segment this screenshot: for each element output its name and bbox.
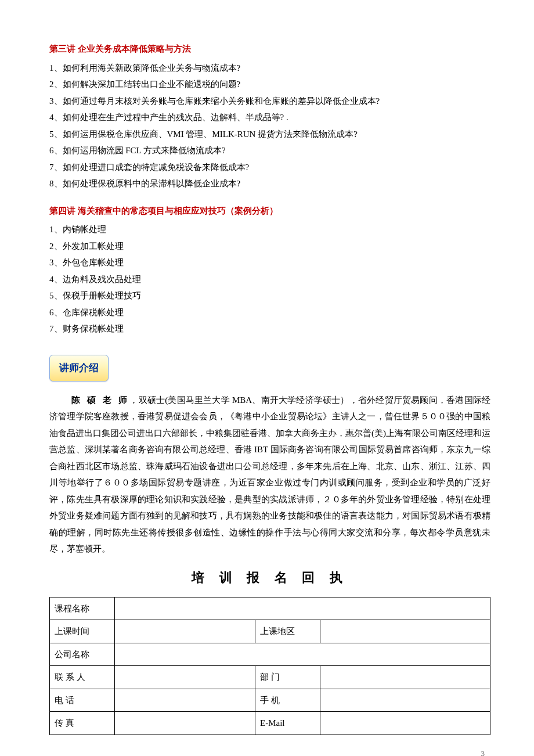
field-time[interactable] (115, 620, 255, 643)
table-row: 传 真 E-Mail (50, 712, 490, 735)
instructor-bio-text: ，双硕士(美国马里兰大学 MBA、南开大学经济学硕士），省外经贸厅贸易顾问，香港… (49, 395, 490, 554)
label-course: 课程名称 (50, 597, 115, 620)
list-item: 5、如何运用保税仓库供应商、VMI 管理、MILK-RUN 提货方法来降低物流成… (49, 126, 490, 143)
list-item: 6、如何运用物流园 FCL 方式来降低物流成本? (49, 142, 490, 159)
table-row: 课程名称 (50, 597, 490, 620)
label-time: 上课时间 (50, 620, 115, 643)
label-region: 上课地区 (255, 620, 320, 643)
label-company: 公司名称 (50, 643, 115, 666)
page-number: 3 (49, 747, 490, 756)
list-item: 2、如何解决深加工结转出口企业不能退税的问题? (49, 76, 490, 93)
list-item: 1、内销帐处理 (49, 221, 490, 238)
list-item: 4、如何处理在生产过程中产生的残次品、边解料、半成品等? . (49, 109, 490, 126)
list-item: 8、如何处理保税原料中的呆滞料以降低企业成本? (49, 175, 490, 192)
section-4: 第四讲 海关稽查中的常态项目与相应应对技巧（案例分析） 1、内销帐处理 2、外发… (49, 203, 490, 337)
table-row: 上课时间 上课地区 (50, 620, 490, 643)
field-company[interactable] (115, 643, 490, 666)
list-item: 7、如何处理进口成套的特定减免税设备来降低成本? (49, 159, 490, 176)
field-fax[interactable] (115, 712, 255, 735)
field-phone[interactable] (115, 689, 255, 712)
label-mobile: 手 机 (255, 689, 320, 712)
field-course[interactable] (115, 597, 490, 620)
list-item: 6、仓库保税帐处理 (49, 304, 490, 321)
list-item: 3、外包仓库帐处理 (49, 254, 490, 271)
list-item: 7、财务保税帐处理 (49, 321, 490, 337)
form-title: 培 训 报 名 回 执 (49, 566, 490, 590)
label-dept: 部 门 (255, 666, 320, 689)
instructor-name: 陈 硕 老 师 (71, 395, 130, 405)
label-phone: 电 话 (50, 689, 115, 712)
table-row: 公司名称 (50, 643, 490, 666)
field-region[interactable] (320, 620, 490, 643)
list-item: 5、保税手册帐处理技巧 (49, 287, 490, 304)
label-contact: 联 系 人 (50, 666, 115, 689)
list-item: 4、边角料及残次品处理 (49, 271, 490, 288)
label-email: E-Mail (255, 712, 320, 735)
field-mobile[interactable] (320, 689, 490, 712)
field-dept[interactable] (320, 666, 490, 689)
table-row: 联 系 人 部 门 (50, 666, 490, 689)
field-email[interactable] (320, 712, 490, 735)
section-4-title: 第四讲 海关稽查中的常态项目与相应应对技巧（案例分析） (49, 203, 490, 219)
section-3: 第三讲 企业关务成本降低策略与方法 1、如何利用海关新政策降低企业关务与物流成本… (49, 41, 490, 192)
field-contact[interactable] (115, 666, 255, 689)
list-item: 3、如何通过每月末核对关务账与仓库账来缩小关务账和仓库账的差异以降低企业成本? (49, 93, 490, 110)
list-item: 2、外发加工帐处理 (49, 238, 490, 255)
instructor-bio: 陈 硕 老 师，双硕士(美国马里兰大学 MBA、南开大学经济学硕士），省外经贸厅… (49, 392, 490, 557)
instructor-badge: 讲师介绍 (49, 355, 109, 381)
section-3-title: 第三讲 企业关务成本降低策略与方法 (49, 41, 490, 57)
table-row: 电 话 手 机 (50, 689, 490, 712)
list-item: 1、如何利用海关新政策降低企业关务与物流成本? (49, 60, 490, 77)
registration-form: 课程名称 上课时间 上课地区 公司名称 联 系 人 部 门 电 话 手 机 传 … (49, 597, 490, 735)
label-fax: 传 真 (50, 712, 115, 735)
